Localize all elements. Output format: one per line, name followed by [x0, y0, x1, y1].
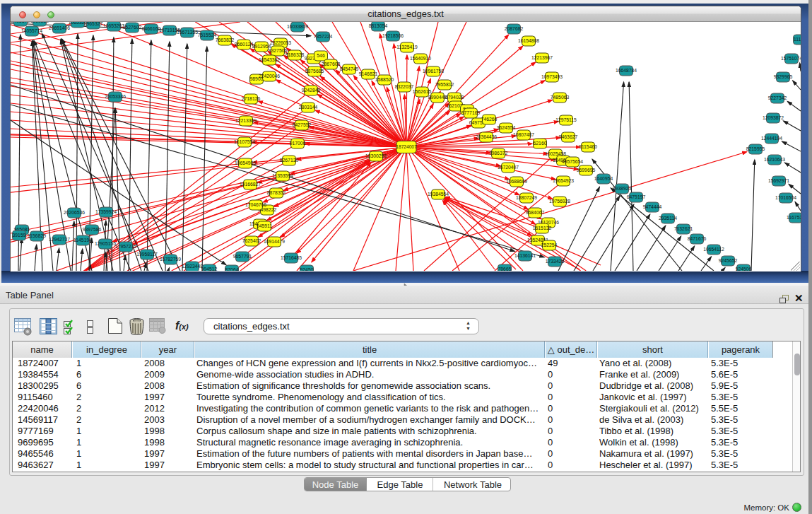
svg-text:7625402: 7625402: [242, 238, 261, 243]
svg-text:252254: 252254: [541, 243, 558, 247]
svg-text:1562615: 1562615: [413, 89, 432, 94]
svg-text:9463627: 9463627: [559, 134, 578, 139]
svg-text:18724007: 18724007: [396, 144, 417, 149]
svg-text:12923448: 12923448: [182, 264, 203, 269]
svg-text:15692971: 15692971: [768, 178, 789, 183]
svg-text:8454749: 8454749: [340, 66, 359, 71]
svg-text:8471676: 8471676: [688, 236, 707, 241]
svg-text:9146821: 9146821: [359, 71, 378, 76]
svg-text:746266: 746266: [481, 117, 498, 122]
svg-text:12975115: 12975115: [555, 117, 577, 122]
svg-text:10688609: 10688609: [506, 179, 527, 184]
svg-text:23226053: 23226053: [270, 40, 291, 45]
svg-text:7485063: 7485063: [551, 95, 570, 100]
svg-text:22420046: 22420046: [259, 74, 280, 78]
svg-text:9242848: 9242848: [302, 88, 321, 93]
svg-text:39159: 39159: [13, 233, 26, 238]
svg-text:10653267: 10653267: [103, 23, 124, 28]
svg-text:18807249: 18807249: [516, 195, 537, 200]
svg-text:19958117: 19958117: [136, 252, 158, 257]
svg-text:19756928: 19756928: [549, 199, 570, 204]
svg-text:9227342: 9227342: [768, 95, 787, 100]
svg-text:9474444: 9474444: [643, 204, 662, 209]
svg-text:9245652: 9245652: [719, 258, 738, 263]
svg-text:6794028: 6794028: [445, 95, 464, 100]
svg-text:2405572: 2405572: [11, 22, 30, 23]
svg-text:1733426: 1733426: [546, 259, 565, 264]
svg-text:3624554: 3624554: [497, 125, 516, 130]
svg-text:1965327: 1965327: [84, 22, 103, 26]
svg-text:6466160: 6466160: [142, 26, 161, 31]
svg-text:9327506: 9327506: [269, 48, 288, 53]
svg-text:7515524: 7515524: [198, 33, 217, 37]
svg-text:7955812: 7955812: [435, 82, 454, 87]
svg-text:19654985: 19654985: [235, 160, 256, 165]
svg-text:12093872: 12093872: [763, 115, 784, 120]
svg-text:2867608: 2867608: [322, 62, 341, 66]
svg-text:9657791: 9657791: [233, 254, 252, 259]
svg-text:20053346: 20053346: [105, 94, 126, 99]
svg-text:16782759: 16782759: [160, 257, 181, 262]
svg-text:17046766: 17046766: [245, 202, 266, 207]
svg-text:994512: 994512: [201, 267, 218, 271]
svg-text:11353594: 11353594: [272, 173, 293, 178]
svg-text:7663822: 7663822: [216, 37, 235, 42]
svg-text:1969250: 1969250: [30, 22, 49, 23]
svg-text:20206536: 20206536: [64, 210, 85, 215]
svg-text:1167533: 1167533: [787, 215, 801, 220]
svg-text:9684067: 9684067: [526, 210, 545, 215]
svg-text:8322037: 8322037: [395, 84, 414, 89]
svg-text:9115460: 9115460: [579, 144, 597, 149]
svg-text:17957275: 17957275: [115, 244, 136, 249]
svg-text:16671355: 16671355: [177, 30, 198, 35]
svg-text:10654112: 10654112: [703, 247, 724, 252]
svg-text:7632621: 7632621: [674, 226, 693, 231]
svg-text:16154808: 16154808: [518, 38, 539, 43]
svg-text:15640910: 15640910: [410, 56, 431, 61]
svg-text:1640954: 1640954: [594, 176, 613, 181]
svg-text:9699695: 9699695: [577, 168, 596, 173]
svg-text:8660124: 8660124: [235, 42, 254, 47]
svg-text:19384554: 19384554: [428, 192, 449, 197]
svg-text:16914479: 16914479: [264, 239, 285, 244]
svg-text:12213369: 12213369: [235, 118, 257, 123]
svg-text:12905155: 12905155: [95, 241, 116, 246]
svg-text:1615132: 1615132: [533, 226, 552, 230]
svg-text:10973493: 10973493: [541, 74, 563, 79]
svg-text:20364436: 20364436: [476, 134, 497, 139]
svg-text:945911: 945911: [257, 223, 272, 228]
svg-text:8215955: 8215955: [746, 146, 765, 151]
svg-text:1588520: 1588520: [375, 77, 394, 82]
svg-text:12444194: 12444194: [761, 136, 782, 141]
svg-text:11120: 11120: [794, 37, 801, 42]
svg-text:6479197: 6479197: [627, 194, 646, 199]
svg-text:49575654: 49575654: [562, 159, 583, 164]
svg-text:14136141: 14136141: [514, 253, 536, 258]
svg-text:17016504: 17016504: [775, 195, 796, 200]
svg-text:16648784: 16648784: [616, 68, 637, 73]
svg-text:17359924: 17359924: [95, 209, 117, 214]
svg-text:546: 546: [317, 53, 325, 58]
svg-text:15720407: 15720407: [498, 165, 519, 170]
svg-text:92450: 92450: [300, 267, 314, 271]
svg-text:7357224: 7357224: [314, 34, 333, 39]
svg-text:8427552: 8427552: [293, 122, 312, 127]
svg-text:14055714: 14055714: [21, 28, 42, 33]
svg-text:8938923: 8938923: [613, 186, 632, 191]
svg-text:1527602: 1527602: [123, 25, 142, 30]
svg-text:16210643: 16210643: [764, 157, 785, 162]
svg-text:19166827: 19166827: [240, 182, 261, 187]
svg-text:7986372: 7986372: [489, 151, 508, 156]
svg-text:19654923: 19654923: [553, 178, 574, 183]
svg-text:9397586: 9397586: [83, 227, 102, 232]
svg-text:2718126: 2718126: [242, 96, 261, 101]
svg-text:12213967: 12213967: [531, 55, 553, 60]
svg-text:11325419: 11325419: [396, 45, 418, 49]
svg-text:16033809: 16033809: [287, 24, 308, 29]
svg-text:9777169: 9777169: [461, 110, 481, 115]
svg-text:62160: 62160: [534, 141, 547, 146]
svg-text:917006: 917006: [290, 141, 306, 146]
svg-text:16543362: 16543362: [259, 57, 280, 62]
svg-text:1156829: 1156829: [28, 233, 46, 238]
svg-text:1145194: 1145194: [73, 238, 92, 243]
